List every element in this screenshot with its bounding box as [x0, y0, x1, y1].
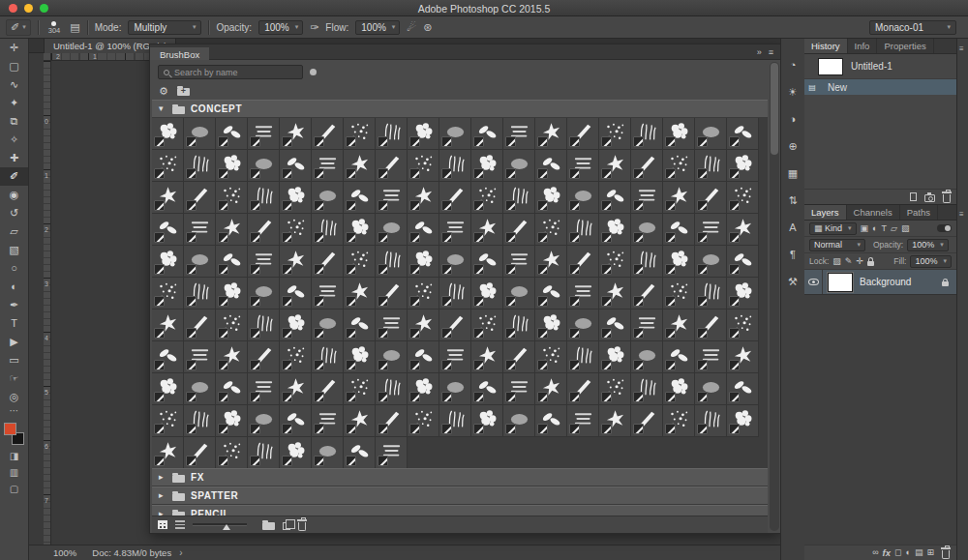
lock-image-icon[interactable]: ✎ — [845, 257, 853, 266]
airbrush-icon[interactable]: ☄ — [407, 21, 416, 34]
brush-thumbnail[interactable] — [216, 405, 248, 437]
layer-style-icon[interactable]: fx — [883, 548, 891, 558]
brush-thumbnail[interactable] — [631, 309, 663, 341]
brush-thumbnail[interactable] — [248, 150, 280, 182]
brush-thumbnail[interactable] — [599, 278, 631, 309]
brush-thumbnail[interactable] — [503, 118, 535, 150]
brush-thumbnail[interactable] — [216, 341, 248, 373]
tab-channels[interactable]: Channels — [847, 205, 900, 220]
adjustments-icon[interactable]: ◔ — [790, 58, 797, 73]
layer-blend-mode-dropdown[interactable]: Normal — [809, 239, 865, 251]
brush-thumbnail[interactable] — [727, 118, 759, 150]
filter-adjustment-layers-icon[interactable]: ◐ — [872, 224, 877, 233]
brush-thumbnail[interactable] — [312, 341, 344, 373]
edit-in-quick-mask-icon[interactable]: ◨ — [0, 448, 28, 464]
dodge-tool[interactable]: ◐ — [0, 278, 28, 296]
brush-thumbnail[interactable] — [408, 278, 439, 309]
brush-thumbnail[interactable] — [471, 214, 503, 246]
brush-thumbnail[interactable] — [280, 341, 312, 373]
brush-thumbnail[interactable] — [248, 437, 280, 468]
brush-thumbnail[interactable] — [280, 118, 312, 150]
brush-thumbnail[interactable] — [280, 182, 312, 214]
brush-thumbnail[interactable] — [408, 309, 439, 341]
brush-thumbnail[interactable] — [695, 278, 727, 309]
brush-thumbnail[interactable] — [376, 150, 408, 182]
brush-thumbnail[interactable] — [152, 437, 184, 468]
clone-stamp-tool[interactable]: ◉ — [0, 186, 28, 204]
filter-toggle[interactable] — [937, 224, 952, 232]
brush-thumbnail[interactable] — [631, 214, 663, 246]
pen-tool[interactable]: ✒ — [0, 296, 28, 314]
flow-select[interactable]: 100% — [355, 20, 400, 35]
brush-thumbnail[interactable] — [408, 150, 439, 182]
brush-thumbnail[interactable] — [471, 405, 503, 437]
brush-thumbnail[interactable] — [280, 309, 312, 341]
brush-thumbnail[interactable] — [344, 437, 376, 468]
filter-shape-layers-icon[interactable]: ▱ — [891, 224, 897, 233]
ruler-vertical[interactable]: 012345678 — [44, 61, 51, 545]
brush-thumbnail[interactable] — [567, 214, 599, 246]
brush-thumbnail[interactable] — [184, 246, 216, 278]
brush-thumbnail[interactable] — [280, 246, 312, 278]
brush-thumbnail[interactable] — [727, 246, 759, 278]
curves-icon[interactable]: ◑ — [790, 112, 797, 127]
scrollbar-thumb[interactable] — [771, 63, 778, 155]
brush-thumbnail[interactable] — [535, 341, 567, 373]
brush-thumbnail[interactable] — [152, 405, 184, 437]
brush-thumbnail[interactable] — [248, 309, 280, 341]
brush-thumbnail[interactable] — [727, 214, 759, 246]
brush-thumbnail[interactable] — [663, 246, 695, 278]
brush-thumbnail[interactable] — [184, 214, 216, 246]
brush-thumbnail[interactable] — [535, 182, 567, 214]
tool-preset-select[interactable]: Monaco-01 — [869, 20, 956, 35]
brush-thumbnail[interactable] — [344, 341, 376, 373]
lasso-tool[interactable]: ∿ — [0, 75, 28, 94]
brush-thumbnail[interactable] — [727, 182, 759, 214]
brush-thumbnail[interactable] — [344, 405, 376, 437]
brush-thumbnail[interactable] — [312, 118, 344, 150]
footer-folder-icon[interactable] — [262, 522, 275, 530]
brush-thumbnail[interactable] — [663, 278, 695, 309]
scrollbar[interactable] — [770, 62, 779, 531]
brush-thumbnail[interactable] — [663, 341, 695, 373]
brush-thumbnail[interactable] — [535, 278, 567, 309]
brush-thumbnail[interactable] — [344, 373, 376, 405]
brush-thumbnail[interactable] — [312, 437, 344, 468]
hue-saturation-icon[interactable]: ⊕ — [788, 139, 797, 154]
brush-thumbnail[interactable] — [184, 309, 216, 341]
pressure-size-icon[interactable]: ⊛ — [423, 21, 432, 34]
brush-thumbnail[interactable] — [663, 150, 695, 182]
brush-tool[interactable]: ✐ — [0, 167, 28, 186]
brush-thumbnail[interactable] — [408, 246, 439, 278]
brush-thumbnail[interactable] — [152, 309, 184, 341]
brush-thumbnail[interactable] — [152, 246, 184, 278]
brush-thumbnail[interactable] — [631, 405, 663, 437]
brush-thumbnail[interactable] — [567, 118, 599, 150]
brush-thumbnail[interactable] — [695, 150, 727, 182]
brush-thumbnail[interactable] — [631, 373, 663, 405]
brush-thumbnail[interactable] — [312, 405, 344, 437]
brush-thumbnail[interactable] — [184, 341, 216, 373]
brush-thumbnail[interactable] — [727, 405, 759, 437]
brush-thumbnail[interactable] — [344, 214, 376, 246]
brush-thumbnail[interactable] — [376, 182, 408, 214]
folder-header-pencil[interactable]: ▸PENCIL — [152, 505, 768, 516]
history-brush-tool[interactable]: ↺ — [0, 204, 28, 222]
move-tool[interactable]: ✛ — [0, 39, 28, 57]
brush-thumbnail[interactable] — [599, 182, 631, 214]
new-layer-icon[interactable]: ⊞ — [926, 548, 934, 557]
brush-thumbnail[interactable] — [408, 405, 439, 437]
brush-thumbnail[interactable] — [184, 182, 216, 214]
brush-thumbnail[interactable] — [727, 373, 759, 405]
add-layer-mask-icon[interactable]: ◻ — [894, 548, 901, 557]
brush-thumbnail[interactable] — [439, 182, 471, 214]
edit-toolbar-icon[interactable]: ⋯ — [10, 406, 19, 419]
brush-thumbnail[interactable] — [567, 150, 599, 182]
character-panel-icon[interactable]: A — [789, 221, 796, 235]
brush-thumbnail[interactable] — [376, 118, 408, 150]
brush-thumbnail[interactable] — [280, 437, 312, 468]
brush-thumbnail[interactable] — [503, 405, 535, 437]
layer-row-background[interactable]: Background — [804, 270, 956, 295]
brush-thumbnail[interactable] — [248, 246, 280, 278]
brush-thumbnail[interactable] — [471, 246, 503, 278]
